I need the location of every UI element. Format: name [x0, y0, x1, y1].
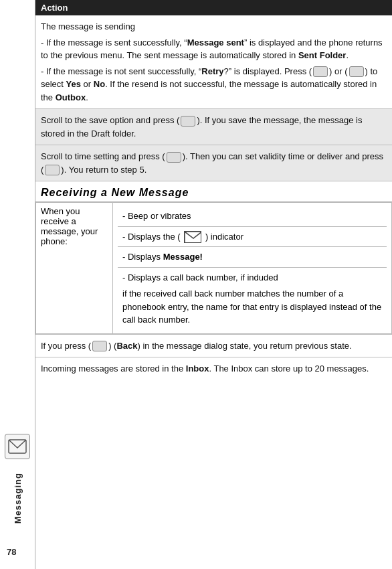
row-beep: - Beep or vibrates [118, 206, 387, 227]
row-indicator-text: - Displays the ( ) indicator [122, 232, 243, 242]
back-info-section: If you press ( ) (Back) in the message d… [35, 335, 392, 358]
btn-icon-2 [349, 66, 364, 77]
scroll-save-text: Scroll to the save option and press ( ).… [41, 115, 363, 139]
row-callbacknumber-text: - Displays a call back number, if indude… [122, 272, 278, 282]
envelope-icon [184, 231, 201, 243]
row-message-text: - Displays Message! [122, 252, 203, 262]
row-message: - Displays Message! [118, 247, 387, 268]
sidebar: Messaging 78 [0, 0, 35, 569]
row-indicator: - Displays the ( ) indicator [118, 227, 387, 248]
back-info-text: If you press ( ) (Back) in the message d… [41, 341, 352, 351]
btn-icon-time1 [167, 152, 181, 163]
row-beep-text: - Beep or vibrates [122, 211, 191, 221]
inbox-info-text: Incoming messages are stored in the Inbo… [41, 363, 369, 374]
receiving-heading: Receiving a New Message [35, 181, 392, 201]
action-header-label: Action [41, 3, 68, 13]
sidebar-label: Messaging [13, 473, 23, 523]
receiving-table-wrapper: When you receive a message, your phone: … [35, 201, 392, 335]
scroll-time-section: Scroll to time setting and press ( ). Th… [35, 145, 392, 181]
row-callbacknumber: - Displays a call back number, if indude… [118, 268, 387, 330]
sending-section: The message is sending - If the message … [35, 15, 392, 109]
receiving-heading-text: Receiving a New Message [41, 187, 189, 198]
page-number: 78 [7, 547, 16, 557]
main-content: Action The message is sending - If the m… [35, 0, 392, 569]
receiving-right-items: - Beep or vibrates - Displays the ( ) in… [113, 203, 392, 334]
inbox-info-section: Incoming messages are stored in the Inbo… [35, 357, 392, 380]
row-callbacknumber-extra: if the received call back number matches… [122, 287, 382, 327]
receiving-left-label: When you receive a message, your phone: [36, 203, 113, 334]
scroll-time-text: Scroll to time setting and press ( ). Th… [41, 151, 383, 175]
btn-icon-1 [313, 66, 328, 77]
receiving-table-row: When you receive a message, your phone: … [36, 203, 392, 334]
retry-text: - If the message is not sent successfull… [41, 65, 387, 104]
sending-text: The message is sending [41, 20, 387, 33]
messaging-icon [5, 434, 30, 459]
btn-icon-back [92, 341, 107, 351]
message-sent-text: - If the message is sent successfully, “… [41, 36, 387, 62]
btn-icon-time2 [45, 165, 60, 175]
receiving-table: When you receive a message, your phone: … [35, 202, 392, 334]
action-header: Action [35, 0, 392, 15]
btn-icon-save [181, 116, 195, 127]
scroll-save-section: Scroll to the save option and press ( ).… [35, 109, 392, 145]
